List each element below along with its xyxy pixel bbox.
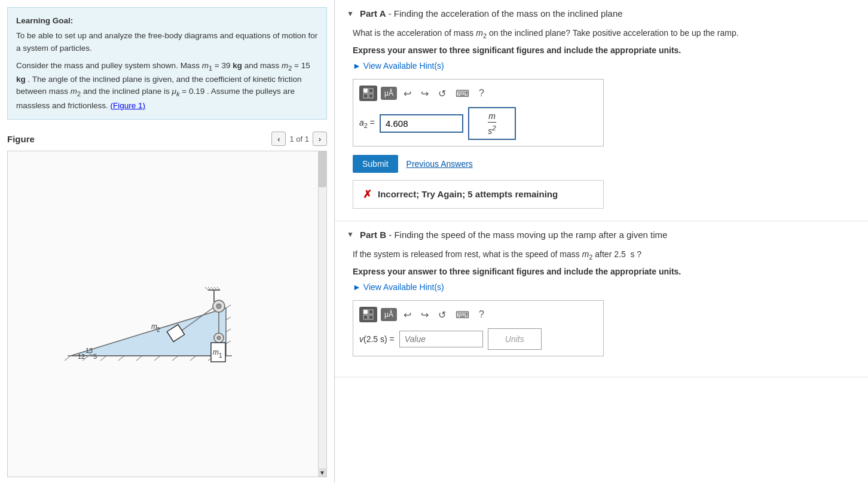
- part-a-denominator: s2: [488, 122, 496, 136]
- physics-diagram: 13 5 12: [8, 151, 318, 477]
- svg-rect-43: [363, 315, 368, 319]
- scroll-down-arrow[interactable]: ▼: [318, 468, 326, 477]
- part-b-hint-arrow: ►: [353, 282, 361, 292]
- part-a-numerator: m: [488, 111, 496, 121]
- part-b-undo-button[interactable]: ↩: [401, 308, 414, 322]
- redo-button[interactable]: ↪: [418, 87, 432, 100]
- figure-section: Figure ‹ 1 of 1 ›: [0, 127, 334, 482]
- matrix-button[interactable]: [359, 86, 377, 101]
- svg-text:12: 12: [78, 353, 85, 360]
- figure-counter: 1 of 1: [289, 135, 309, 144]
- help-button[interactable]: ?: [476, 87, 487, 100]
- redo-icon: ↪: [421, 89, 429, 99]
- part-b-mu-button[interactable]: μÅ: [381, 308, 397, 321]
- svg-line-9: [190, 356, 196, 361]
- part-b-value-input[interactable]: [399, 331, 483, 347]
- part-b-matrix-button[interactable]: [359, 307, 377, 322]
- svg-text:2: 2: [157, 327, 160, 333]
- svg-line-13: [226, 329, 231, 332]
- help-icon: ?: [479, 88, 484, 98]
- svg-line-4: [100, 356, 106, 361]
- svg-text:1: 1: [219, 352, 222, 359]
- part-b-help-button[interactable]: ?: [476, 308, 487, 321]
- part-b-collapse-arrow: ▼: [347, 230, 354, 239]
- svg-rect-44: [369, 315, 373, 319]
- part-a-collapse-arrow: ▼: [347, 10, 354, 18]
- mu-button[interactable]: μÅ: [381, 87, 397, 100]
- svg-line-2: [65, 356, 71, 361]
- part-a-answer-label: a2 =: [359, 118, 375, 129]
- svg-line-24: [205, 287, 208, 290]
- right-panel: ▼ Part A - Finding the acceleration of t…: [335, 0, 868, 482]
- part-b-units-box: Units: [488, 328, 542, 350]
- part-a-instruction: Express your answer to three significant…: [353, 45, 850, 55]
- figure-next-button[interactable]: ›: [313, 132, 327, 146]
- part-a-value-input[interactable]: 4.608: [380, 114, 463, 133]
- part-b-refresh-icon: ↺: [438, 310, 446, 320]
- svg-line-12: [226, 317, 231, 320]
- left-panel: Learning Goal: To be able to set up and …: [0, 0, 335, 482]
- part-a-incorrect-msg: ✗ Incorrect; Try Again; 5 attempts remai…: [353, 180, 604, 209]
- part-b-header-text: Part B - Finding the speed of the mass m…: [360, 230, 667, 240]
- svg-rect-37: [363, 89, 368, 93]
- scroll-thumb[interactable]: [318, 151, 326, 187]
- part-a-input-row: a2 = 4.608 m s2: [359, 107, 597, 140]
- refresh-icon: ↺: [438, 89, 446, 99]
- part-b-answer-label: v(2.5 s) =: [359, 334, 395, 344]
- part-b-question: If the system is released from rest, wha…: [353, 248, 850, 262]
- part-b-hint-link[interactable]: ► View Available Hint(s): [353, 282, 444, 292]
- part-a-hint-text: View Available Hint(s): [363, 61, 444, 71]
- svg-rect-38: [369, 89, 373, 93]
- svg-line-14: [226, 341, 231, 344]
- mu-icon: μÅ: [384, 89, 393, 97]
- part-b-label: Part B: [360, 230, 386, 240]
- undo-icon: ↩: [404, 89, 411, 99]
- part-a-section: ▼ Part A - Finding the acceleration of t…: [335, 0, 868, 221]
- keyboard-button[interactable]: ⌨: [453, 87, 472, 100]
- part-a-submit-button[interactable]: Submit: [353, 155, 398, 173]
- svg-point-30: [217, 336, 221, 340]
- svg-rect-40: [369, 94, 373, 98]
- svg-line-7: [154, 356, 160, 361]
- scroll-bar: ▲ ▼: [318, 151, 326, 477]
- incorrect-x-icon: ✗: [363, 188, 372, 201]
- part-b-mu-icon: μÅ: [384, 310, 393, 319]
- part-a-units-fraction: m s2: [488, 111, 496, 136]
- part-a-header-text: Part A - Finding the acceleration of the…: [360, 8, 623, 19]
- part-a-content: What is the acceleration of mass m2 on t…: [335, 27, 868, 221]
- hint-arrow: ►: [353, 61, 361, 71]
- figure-prev-button[interactable]: ‹: [271, 132, 286, 146]
- figure-title: Figure: [7, 134, 35, 144]
- part-b-description: Finding the speed of the mass moving up …: [394, 230, 667, 240]
- part-b-undo-icon: ↩: [404, 310, 411, 320]
- svg-rect-41: [363, 310, 368, 314]
- figure-header: Figure ‹ 1 of 1 ›: [7, 132, 327, 146]
- part-b-refresh-button[interactable]: ↺: [435, 308, 449, 322]
- learning-goal-line2: Consider the mass and pulley system show…: [16, 60, 318, 112]
- part-b-input-row: v(2.5 s) = Units: [359, 328, 597, 350]
- part-b-content: If the system is released from rest, wha…: [335, 248, 868, 377]
- part-a-units-box: m s2: [468, 107, 516, 140]
- svg-point-19: [216, 304, 221, 309]
- part-a-submit-row: Submit Previous Answers: [353, 155, 850, 173]
- undo-button[interactable]: ↩: [401, 87, 414, 100]
- part-a-hint-link[interactable]: ► View Available Hint(s): [353, 61, 444, 71]
- diagram-svg: 13 5 12: [53, 254, 274, 374]
- part-a-prev-answers-button[interactable]: Previous Answers: [407, 159, 473, 169]
- part-b-keyboard-icon: ⌨: [456, 310, 469, 320]
- part-a-header[interactable]: ▼ Part A - Finding the acceleration of t…: [335, 0, 868, 27]
- part-b-redo-button[interactable]: ↪: [418, 308, 432, 322]
- figure-canvas: 13 5 12: [7, 151, 327, 477]
- refresh-button[interactable]: ↺: [435, 87, 449, 100]
- part-b-instruction: Express your answer to three significant…: [353, 267, 850, 276]
- part-b-toolbar: μÅ ↩ ↪ ↺ ⌨ ?: [359, 307, 597, 322]
- part-a-toolbar: μÅ ↩ ↪ ↺ ⌨ ?: [359, 86, 597, 101]
- figure-link[interactable]: (Figure 1): [111, 101, 146, 110]
- svg-text:m: m: [213, 348, 219, 356]
- part-a-question: What is the acceleration of mass m2 on t…: [353, 27, 850, 41]
- part-a-answer-box: μÅ ↩ ↪ ↺ ⌨ ?: [353, 79, 604, 147]
- part-b-help-icon: ?: [479, 309, 484, 319]
- matrix-icon: [363, 88, 374, 99]
- part-b-keyboard-button[interactable]: ⌨: [453, 308, 472, 322]
- part-b-header[interactable]: ▼ Part B - Finding the speed of the mass…: [335, 221, 868, 248]
